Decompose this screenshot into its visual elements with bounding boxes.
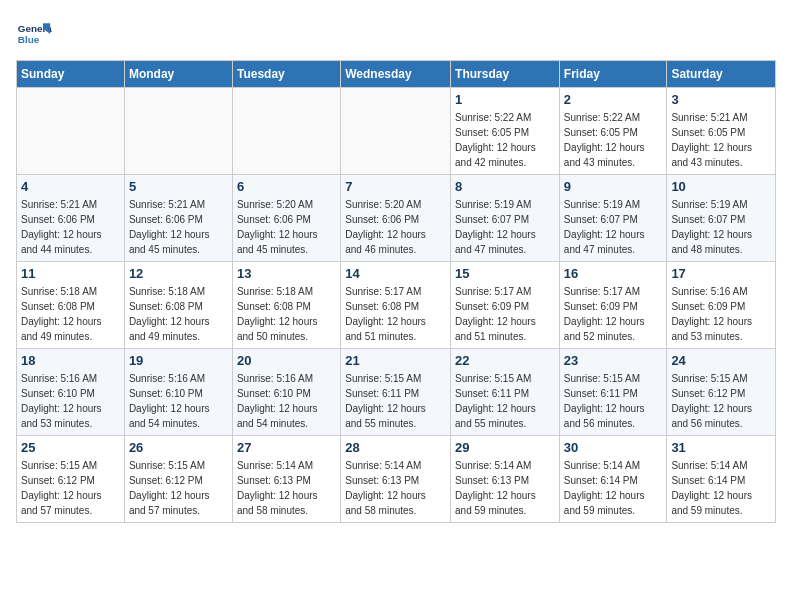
day-number: 22 xyxy=(455,353,555,368)
day-number: 3 xyxy=(671,92,771,107)
calendar-cell: 27Sunrise: 5:14 AM Sunset: 6:13 PM Dayli… xyxy=(232,436,340,523)
day-info: Sunrise: 5:19 AM Sunset: 6:07 PM Dayligh… xyxy=(455,197,555,257)
day-info: Sunrise: 5:17 AM Sunset: 6:08 PM Dayligh… xyxy=(345,284,446,344)
column-header-monday: Monday xyxy=(124,61,232,88)
day-info: Sunrise: 5:16 AM Sunset: 6:09 PM Dayligh… xyxy=(671,284,771,344)
day-info: Sunrise: 5:15 AM Sunset: 6:12 PM Dayligh… xyxy=(129,458,228,518)
calendar-cell: 12Sunrise: 5:18 AM Sunset: 6:08 PM Dayli… xyxy=(124,262,232,349)
day-info: Sunrise: 5:18 AM Sunset: 6:08 PM Dayligh… xyxy=(21,284,120,344)
day-info: Sunrise: 5:18 AM Sunset: 6:08 PM Dayligh… xyxy=(129,284,228,344)
calendar-cell xyxy=(341,88,451,175)
day-info: Sunrise: 5:15 AM Sunset: 6:11 PM Dayligh… xyxy=(455,371,555,431)
svg-text:Blue: Blue xyxy=(18,34,40,45)
calendar-cell: 10Sunrise: 5:19 AM Sunset: 6:07 PM Dayli… xyxy=(667,175,776,262)
calendar-cell: 14Sunrise: 5:17 AM Sunset: 6:08 PM Dayli… xyxy=(341,262,451,349)
day-info: Sunrise: 5:14 AM Sunset: 6:13 PM Dayligh… xyxy=(237,458,336,518)
day-number: 25 xyxy=(21,440,120,455)
day-number: 26 xyxy=(129,440,228,455)
day-number: 1 xyxy=(455,92,555,107)
logo: General Blue xyxy=(16,16,56,52)
logo-icon: General Blue xyxy=(16,16,52,52)
calendar-cell: 15Sunrise: 5:17 AM Sunset: 6:09 PM Dayli… xyxy=(451,262,560,349)
calendar-cell: 18Sunrise: 5:16 AM Sunset: 6:10 PM Dayli… xyxy=(17,349,125,436)
day-info: Sunrise: 5:20 AM Sunset: 6:06 PM Dayligh… xyxy=(237,197,336,257)
calendar-cell: 31Sunrise: 5:14 AM Sunset: 6:14 PM Dayli… xyxy=(667,436,776,523)
calendar-cell: 13Sunrise: 5:18 AM Sunset: 6:08 PM Dayli… xyxy=(232,262,340,349)
calendar-cell xyxy=(232,88,340,175)
column-header-thursday: Thursday xyxy=(451,61,560,88)
day-number: 14 xyxy=(345,266,446,281)
day-info: Sunrise: 5:20 AM Sunset: 6:06 PM Dayligh… xyxy=(345,197,446,257)
calendar-table: SundayMondayTuesdayWednesdayThursdayFrid… xyxy=(16,60,776,523)
calendar-cell: 2Sunrise: 5:22 AM Sunset: 6:05 PM Daylig… xyxy=(559,88,667,175)
day-info: Sunrise: 5:17 AM Sunset: 6:09 PM Dayligh… xyxy=(455,284,555,344)
week-row-1: 1Sunrise: 5:22 AM Sunset: 6:05 PM Daylig… xyxy=(17,88,776,175)
calendar-cell: 17Sunrise: 5:16 AM Sunset: 6:09 PM Dayli… xyxy=(667,262,776,349)
calendar-cell: 1Sunrise: 5:22 AM Sunset: 6:05 PM Daylig… xyxy=(451,88,560,175)
calendar-cell: 23Sunrise: 5:15 AM Sunset: 6:11 PM Dayli… xyxy=(559,349,667,436)
day-info: Sunrise: 5:15 AM Sunset: 6:12 PM Dayligh… xyxy=(21,458,120,518)
column-header-wednesday: Wednesday xyxy=(341,61,451,88)
day-number: 4 xyxy=(21,179,120,194)
day-number: 10 xyxy=(671,179,771,194)
week-row-2: 4Sunrise: 5:21 AM Sunset: 6:06 PM Daylig… xyxy=(17,175,776,262)
calendar-cell: 30Sunrise: 5:14 AM Sunset: 6:14 PM Dayli… xyxy=(559,436,667,523)
day-info: Sunrise: 5:15 AM Sunset: 6:11 PM Dayligh… xyxy=(345,371,446,431)
calendar-cell: 11Sunrise: 5:18 AM Sunset: 6:08 PM Dayli… xyxy=(17,262,125,349)
week-row-3: 11Sunrise: 5:18 AM Sunset: 6:08 PM Dayli… xyxy=(17,262,776,349)
column-header-saturday: Saturday xyxy=(667,61,776,88)
calendar-cell: 22Sunrise: 5:15 AM Sunset: 6:11 PM Dayli… xyxy=(451,349,560,436)
day-number: 7 xyxy=(345,179,446,194)
calendar-cell: 25Sunrise: 5:15 AM Sunset: 6:12 PM Dayli… xyxy=(17,436,125,523)
week-row-5: 25Sunrise: 5:15 AM Sunset: 6:12 PM Dayli… xyxy=(17,436,776,523)
calendar-header-row: SundayMondayTuesdayWednesdayThursdayFrid… xyxy=(17,61,776,88)
day-number: 20 xyxy=(237,353,336,368)
calendar-cell: 21Sunrise: 5:15 AM Sunset: 6:11 PM Dayli… xyxy=(341,349,451,436)
day-number: 21 xyxy=(345,353,446,368)
day-info: Sunrise: 5:19 AM Sunset: 6:07 PM Dayligh… xyxy=(564,197,663,257)
day-info: Sunrise: 5:14 AM Sunset: 6:13 PM Dayligh… xyxy=(345,458,446,518)
day-info: Sunrise: 5:22 AM Sunset: 6:05 PM Dayligh… xyxy=(455,110,555,170)
day-info: Sunrise: 5:15 AM Sunset: 6:11 PM Dayligh… xyxy=(564,371,663,431)
day-number: 19 xyxy=(129,353,228,368)
day-info: Sunrise: 5:14 AM Sunset: 6:14 PM Dayligh… xyxy=(564,458,663,518)
day-info: Sunrise: 5:18 AM Sunset: 6:08 PM Dayligh… xyxy=(237,284,336,344)
calendar-cell: 29Sunrise: 5:14 AM Sunset: 6:13 PM Dayli… xyxy=(451,436,560,523)
day-number: 11 xyxy=(21,266,120,281)
day-number: 8 xyxy=(455,179,555,194)
week-row-4: 18Sunrise: 5:16 AM Sunset: 6:10 PM Dayli… xyxy=(17,349,776,436)
day-number: 5 xyxy=(129,179,228,194)
day-info: Sunrise: 5:21 AM Sunset: 6:06 PM Dayligh… xyxy=(129,197,228,257)
day-info: Sunrise: 5:14 AM Sunset: 6:13 PM Dayligh… xyxy=(455,458,555,518)
day-info: Sunrise: 5:16 AM Sunset: 6:10 PM Dayligh… xyxy=(237,371,336,431)
column-header-sunday: Sunday xyxy=(17,61,125,88)
calendar-cell: 28Sunrise: 5:14 AM Sunset: 6:13 PM Dayli… xyxy=(341,436,451,523)
calendar-cell: 8Sunrise: 5:19 AM Sunset: 6:07 PM Daylig… xyxy=(451,175,560,262)
calendar-cell: 26Sunrise: 5:15 AM Sunset: 6:12 PM Dayli… xyxy=(124,436,232,523)
column-header-friday: Friday xyxy=(559,61,667,88)
day-number: 12 xyxy=(129,266,228,281)
calendar-cell: 3Sunrise: 5:21 AM Sunset: 6:05 PM Daylig… xyxy=(667,88,776,175)
day-info: Sunrise: 5:21 AM Sunset: 6:05 PM Dayligh… xyxy=(671,110,771,170)
calendar-cell: 5Sunrise: 5:21 AM Sunset: 6:06 PM Daylig… xyxy=(124,175,232,262)
day-number: 9 xyxy=(564,179,663,194)
calendar-cell: 16Sunrise: 5:17 AM Sunset: 6:09 PM Dayli… xyxy=(559,262,667,349)
calendar-cell: 19Sunrise: 5:16 AM Sunset: 6:10 PM Dayli… xyxy=(124,349,232,436)
calendar-cell xyxy=(124,88,232,175)
calendar-cell: 20Sunrise: 5:16 AM Sunset: 6:10 PM Dayli… xyxy=(232,349,340,436)
calendar-cell: 24Sunrise: 5:15 AM Sunset: 6:12 PM Dayli… xyxy=(667,349,776,436)
day-number: 27 xyxy=(237,440,336,455)
column-header-tuesday: Tuesday xyxy=(232,61,340,88)
day-number: 13 xyxy=(237,266,336,281)
calendar-cell xyxy=(17,88,125,175)
day-info: Sunrise: 5:17 AM Sunset: 6:09 PM Dayligh… xyxy=(564,284,663,344)
day-info: Sunrise: 5:16 AM Sunset: 6:10 PM Dayligh… xyxy=(129,371,228,431)
day-number: 16 xyxy=(564,266,663,281)
day-info: Sunrise: 5:14 AM Sunset: 6:14 PM Dayligh… xyxy=(671,458,771,518)
day-number: 30 xyxy=(564,440,663,455)
day-number: 29 xyxy=(455,440,555,455)
day-number: 15 xyxy=(455,266,555,281)
day-number: 18 xyxy=(21,353,120,368)
day-info: Sunrise: 5:16 AM Sunset: 6:10 PM Dayligh… xyxy=(21,371,120,431)
day-number: 31 xyxy=(671,440,771,455)
